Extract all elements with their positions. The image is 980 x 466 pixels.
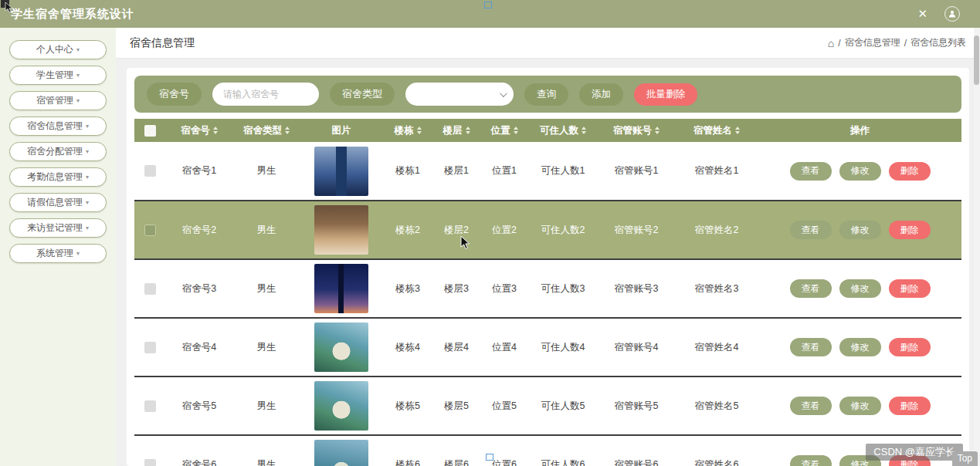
sidebar-item-label: 来访登记管理 (27, 221, 83, 235)
delete-button[interactable]: 删除 (889, 221, 931, 239)
cell-dorm-no: 宿舍号2 (165, 201, 233, 259)
sort-icon (417, 127, 422, 134)
col-header-label: 宿舍类型 (243, 124, 282, 137)
cell-manager-account: 宿管账号4 (598, 318, 675, 377)
edit-button[interactable]: 修改 (839, 397, 881, 415)
delete-button[interactable]: 删除 (889, 397, 931, 415)
query-button[interactable]: 查询 (524, 83, 568, 106)
back-to-top-button[interactable]: Top (952, 451, 978, 466)
col-header-location[interactable]: 位置 (480, 119, 528, 142)
scrollbar-thumb[interactable] (974, 35, 979, 85)
col-header-label: 宿管姓名 (693, 124, 732, 137)
view-button[interactable]: 查看 (790, 221, 832, 239)
add-button[interactable]: 添加 (579, 83, 623, 106)
sidebar-item-label: 考勤信息管理 (27, 171, 83, 184)
sidebar-item-dorm-allocation-mgmt[interactable]: 宿舍分配管理▾ (9, 142, 107, 161)
view-button[interactable]: 查看 (790, 279, 832, 298)
row-checkbox[interactable] (144, 165, 156, 177)
chevron-down-icon: ▾ (86, 123, 89, 130)
fullscreen-icon[interactable]: ✕ (917, 7, 927, 21)
sidebar-item-leave-info-mgmt[interactable]: 请假信息管理▾ (9, 193, 107, 212)
cell-manager-account: 宿管账号5 (598, 377, 675, 435)
view-button[interactable]: 查看 (790, 162, 832, 181)
row-checkbox[interactable] (144, 459, 156, 466)
col-header-label: 宿管账号 (613, 124, 652, 137)
row-checkbox[interactable] (144, 342, 156, 353)
table-row: 宿舍号1 男生 楼栋1 楼层1 位置1 可住人数1 宿管账号1 宿管姓名1 查看… (134, 142, 961, 201)
chevron-down-icon: ▾ (86, 174, 89, 181)
col-header-label: 楼层 (443, 124, 463, 137)
breadcrumb-level1[interactable]: 宿舍信息管理 (845, 36, 900, 49)
row-checkbox[interactable] (144, 225, 156, 236)
batch-delete-button[interactable]: 批量删除 (634, 83, 697, 106)
cell-manager-name: 宿管姓名3 (675, 259, 758, 318)
edit-button[interactable]: 修改 (839, 221, 881, 239)
cell-manager-name: 宿管姓名4 (675, 318, 758, 377)
delete-button[interactable]: 删除 (889, 162, 931, 181)
dorm-type-select[interactable] (405, 83, 514, 106)
table-row: 宿舍号6 男生 楼栋6 楼层6 位置6 可住人数6 宿管账号6 宿管姓名6 查看… (134, 435, 961, 466)
cell-floor: 楼层4 (432, 318, 480, 377)
view-button[interactable]: 查看 (790, 338, 832, 356)
screenshot-artifact-box (486, 454, 493, 461)
select-all-cell (134, 119, 165, 142)
breadcrumb-separator: / (838, 38, 840, 49)
dorm-photo (314, 147, 368, 196)
table-header-row: 宿舍号 宿舍类型 图片 楼栋 楼层 位置 可住人数 宿管账号 宿管姓名 操作 (134, 119, 961, 142)
user-icon[interactable] (944, 6, 960, 22)
cell-dorm-type: 男生 (233, 201, 300, 259)
cell-manager-account: 宿管账号6 (598, 435, 675, 466)
view-button[interactable]: 查看 (790, 397, 832, 415)
col-header-manager-account[interactable]: 宿管账号 (598, 119, 675, 142)
dorm-photo (314, 381, 368, 431)
sidebar-item-attendance-info-mgmt[interactable]: 考勤信息管理▾ (9, 167, 107, 187)
chevron-down-icon: ▾ (86, 200, 89, 206)
view-button[interactable]: 查看 (790, 455, 832, 466)
cell-location: 位置3 (480, 259, 528, 318)
row-checkbox[interactable] (144, 400, 156, 412)
page-header: 宿舍信息管理 ⌂ / 宿舍信息管理 / 宿舍信息列表 (116, 28, 980, 59)
user-silhouette-icon (947, 8, 958, 19)
sidebar-item-dorm-manager-mgmt[interactable]: 宿管管理▾ (9, 91, 107, 110)
dorm-photo (314, 440, 368, 466)
sidebar-item-label: 个人中心 (36, 43, 73, 56)
col-header-dorm-type[interactable]: 宿舍类型 (233, 119, 300, 142)
sidebar-item-system-mgmt[interactable]: 系统管理▾ (9, 244, 107, 263)
col-header-dorm-no[interactable]: 宿舍号 (165, 119, 233, 142)
cell-capacity: 可住人数2 (528, 201, 598, 259)
col-header-building[interactable]: 楼栋 (383, 119, 432, 142)
table-row: 宿舍号2 男生 楼栋2 楼层2 位置2 可住人数2 宿管账号2 宿管姓名2 查看… (134, 201, 961, 259)
select-all-checkbox[interactable] (144, 125, 156, 137)
sidebar-item-student-mgmt[interactable]: 学生管理▾ (9, 66, 107, 85)
sort-icon (285, 127, 290, 134)
breadcrumb: ⌂ / 宿舍信息管理 / 宿舍信息列表 (828, 36, 966, 49)
sort-icon (466, 127, 470, 134)
cell-dorm-no: 宿舍号1 (165, 142, 233, 201)
home-icon[interactable]: ⌂ (828, 37, 834, 49)
dorm-photo (314, 264, 368, 313)
sidebar-item-label: 请假信息管理 (27, 196, 83, 209)
row-checkbox[interactable] (144, 283, 156, 295)
edit-button[interactable]: 修改 (839, 162, 881, 181)
delete-button[interactable]: 删除 (889, 338, 931, 356)
edit-button[interactable]: 修改 (839, 279, 881, 298)
delete-button[interactable]: 删除 (889, 279, 931, 298)
col-header-photo: 图片 (300, 119, 383, 142)
sidebar-item-personal-center[interactable]: 个人中心▾ (9, 40, 107, 59)
col-header-label: 位置 (491, 124, 510, 137)
cell-manager-account: 宿管账号1 (598, 142, 675, 201)
cell-capacity: 可住人数1 (528, 142, 598, 201)
col-header-capacity[interactable]: 可住人数 (528, 119, 598, 142)
dorm-no-input[interactable] (212, 83, 319, 106)
edit-button[interactable]: 修改 (839, 338, 881, 356)
col-header-actions: 操作 (758, 119, 961, 142)
cell-dorm-no: 宿舍号4 (165, 318, 233, 377)
cell-dorm-type: 男生 (233, 435, 300, 466)
cell-dorm-type: 男生 (233, 142, 300, 201)
col-header-floor[interactable]: 楼层 (432, 119, 480, 142)
breadcrumb-level2: 宿舍信息列表 (910, 36, 966, 49)
sidebar-item-visitor-registration-mgmt[interactable]: 来访登记管理▾ (9, 218, 107, 238)
sidebar-item-dorm-info-mgmt[interactable]: 宿舍信息管理▾ (9, 117, 107, 136)
cell-capacity: 可住人数3 (528, 259, 598, 318)
col-header-manager-name[interactable]: 宿管姓名 (675, 119, 758, 142)
